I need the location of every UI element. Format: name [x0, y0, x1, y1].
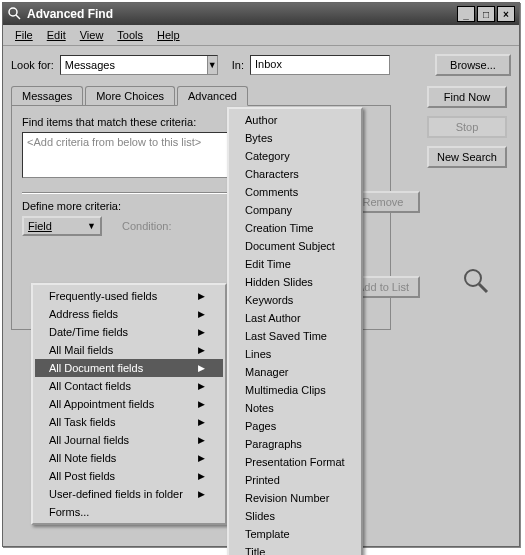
in-label: In: [232, 59, 244, 71]
field-category-item[interactable]: All Contact fields▶ [35, 377, 223, 395]
document-field-item[interactable]: Characters [231, 165, 359, 183]
document-field-item[interactable]: Comments [231, 183, 359, 201]
svg-line-1 [16, 15, 20, 19]
menu-item-label: All Appointment fields [49, 398, 154, 410]
chevron-right-icon: ▶ [198, 363, 205, 373]
window-frame: Advanced Find _ □ × File Edit View Tools… [2, 2, 520, 547]
document-field-item[interactable]: Multimedia Clips [231, 381, 359, 399]
document-field-item[interactable]: Edit Time [231, 255, 359, 273]
find-now-button[interactable]: Find Now [427, 86, 507, 108]
document-field-item[interactable]: Hidden Slides [231, 273, 359, 291]
document-field-item[interactable]: Author [231, 111, 359, 129]
document-field-item[interactable]: Creation Time [231, 219, 359, 237]
titlebar: Advanced Find _ □ × [3, 3, 519, 25]
field-category-item[interactable]: All Journal fields▶ [35, 431, 223, 449]
stop-button: Stop [427, 116, 507, 138]
action-buttons-column: Find Now Stop New Search [427, 86, 507, 168]
field-category-item[interactable]: Address fields▶ [35, 305, 223, 323]
document-field-item[interactable]: Company [231, 201, 359, 219]
svg-line-3 [479, 284, 487, 292]
field-category-item[interactable]: User-defined fields in folder▶ [35, 485, 223, 503]
field-category-item[interactable]: All Mail fields▶ [35, 341, 223, 359]
document-field-item[interactable]: Notes [231, 399, 359, 417]
chevron-right-icon: ▶ [198, 489, 205, 499]
close-button[interactable]: × [497, 6, 515, 22]
window-controls: _ □ × [457, 6, 515, 22]
menu-item-label: Forms... [49, 506, 89, 518]
menu-item-label: Address fields [49, 308, 118, 320]
maximize-button[interactable]: □ [477, 6, 495, 22]
menu-item-label: All Mail fields [49, 344, 113, 356]
chevron-right-icon: ▶ [198, 399, 205, 409]
tab-advanced[interactable]: Advanced [177, 86, 248, 106]
in-field[interactable]: Inbox [250, 55, 390, 75]
document-field-item[interactable]: Slides [231, 507, 359, 525]
document-field-item[interactable]: Paragraphs [231, 435, 359, 453]
app-icon [7, 6, 23, 22]
document-field-item[interactable]: Document Subject [231, 237, 359, 255]
document-field-item[interactable]: Revision Number [231, 489, 359, 507]
document-field-item[interactable]: Pages [231, 417, 359, 435]
look-for-combo[interactable]: ▼ [60, 55, 218, 75]
chevron-right-icon: ▶ [198, 381, 205, 391]
new-search-button[interactable]: New Search [427, 146, 507, 168]
tab-messages[interactable]: Messages [11, 86, 83, 106]
minimize-button[interactable]: _ [457, 6, 475, 22]
field-category-item[interactable]: Forms... [35, 503, 223, 521]
chevron-right-icon: ▶ [198, 471, 205, 481]
document-field-item[interactable]: Last Saved Time [231, 327, 359, 345]
field-dropdown-button[interactable]: Field▼ [22, 216, 102, 236]
document-field-item[interactable]: Category [231, 147, 359, 165]
svg-point-0 [9, 8, 17, 16]
magnifier-icon [461, 266, 491, 296]
field-category-item[interactable]: Frequently-used fields▶ [35, 287, 223, 305]
tab-more-choices[interactable]: More Choices [85, 86, 175, 106]
chevron-right-icon: ▶ [198, 417, 205, 427]
document-field-item[interactable]: Presentation Format [231, 453, 359, 471]
browse-button[interactable]: Browse... [435, 54, 511, 76]
condition-label: Condition: [122, 220, 172, 232]
document-field-item[interactable]: Keywords [231, 291, 359, 309]
chevron-right-icon: ▶ [198, 291, 205, 301]
field-category-item[interactable]: Date/Time fields▶ [35, 323, 223, 341]
menu-help[interactable]: Help [151, 27, 186, 43]
look-for-input[interactable] [61, 59, 207, 71]
menubar: File Edit View Tools Help [3, 25, 519, 46]
chevron-right-icon: ▶ [198, 345, 205, 355]
chevron-right-icon: ▶ [198, 435, 205, 445]
menu-file[interactable]: File [9, 27, 39, 43]
criteria-placeholder: <Add criteria from below to this list> [27, 136, 201, 148]
menu-item-label: Date/Time fields [49, 326, 128, 338]
chevron-right-icon: ▶ [198, 453, 205, 463]
document-field-item[interactable]: Printed [231, 471, 359, 489]
menu-item-label: All Contact fields [49, 380, 131, 392]
field-category-item[interactable]: All Document fields▶ [35, 359, 223, 377]
document-field-item[interactable]: Title [231, 543, 359, 555]
document-field-item[interactable]: Lines [231, 345, 359, 363]
field-category-item[interactable]: All Appointment fields▶ [35, 395, 223, 413]
document-field-item[interactable]: Last Author [231, 309, 359, 327]
menu-tools[interactable]: Tools [111, 27, 149, 43]
chevron-down-icon: ▼ [87, 221, 96, 231]
menu-view[interactable]: View [74, 27, 110, 43]
menu-item-label: User-defined fields in folder [49, 488, 183, 500]
menu-edit[interactable]: Edit [41, 27, 72, 43]
document-field-item[interactable]: Manager [231, 363, 359, 381]
menu-item-label: All Task fields [49, 416, 115, 428]
search-row: Look for: ▼ In: Inbox Browse... [11, 54, 511, 76]
field-category-item[interactable]: All Post fields▶ [35, 467, 223, 485]
chevron-down-icon[interactable]: ▼ [207, 56, 217, 74]
field-category-item[interactable]: All Task fields▶ [35, 413, 223, 431]
svg-point-2 [465, 270, 481, 286]
menu-item-label: All Journal fields [49, 434, 129, 446]
menu-item-label: All Document fields [49, 362, 143, 374]
document-field-item[interactable]: Bytes [231, 129, 359, 147]
chevron-right-icon: ▶ [198, 327, 205, 337]
document-fields-submenu: AuthorBytesCategoryCharactersCommentsCom… [227, 107, 363, 555]
document-field-item[interactable]: Template [231, 525, 359, 543]
menu-item-label: Frequently-used fields [49, 290, 157, 302]
chevron-right-icon: ▶ [198, 309, 205, 319]
field-category-item[interactable]: All Note fields▶ [35, 449, 223, 467]
field-category-menu: Frequently-used fields▶Address fields▶Da… [31, 283, 227, 525]
look-for-label: Look for: [11, 59, 54, 71]
